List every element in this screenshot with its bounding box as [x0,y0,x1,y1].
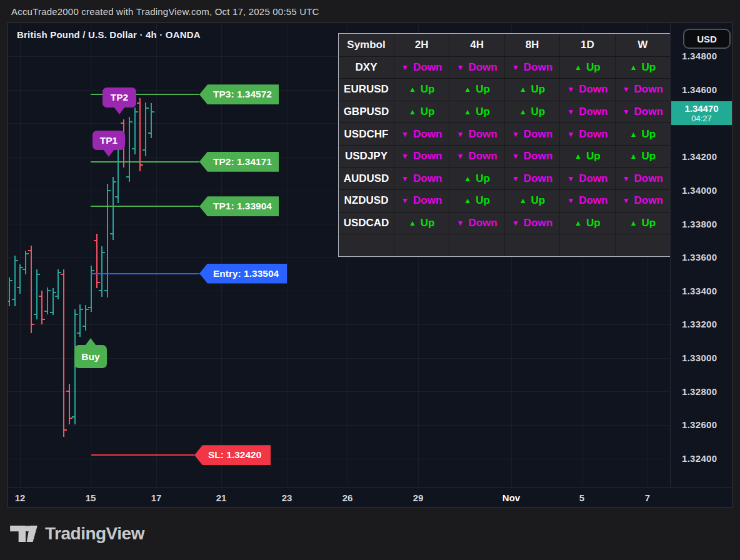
trend-cell: Up [449,168,504,190]
trend-cell: Up [559,145,614,168]
down-triangle-icon [401,174,409,183]
close-tick [21,267,23,268]
down-triangle-icon [622,196,630,205]
trend-label: Down [579,83,608,96]
trend-cell: Down [559,78,614,101]
down-triangle-icon [457,152,464,161]
time-tick-label: 21 [216,492,227,503]
footer-bar: TradingView [0,508,740,560]
price-tick-label: 1.34800 [682,51,717,62]
trend-cell: Up [615,122,670,145]
trend-cell: Down [559,168,614,190]
trend-label: Down [524,61,552,74]
matrix-symbol-cell: EURUSD [339,78,394,101]
bar-countdown: 04:27 [691,114,712,123]
trend-label: Up [476,194,490,207]
tp2-label[interactable]: TP2: 1.34171 [199,152,279,172]
close-tick [130,121,132,122]
trend-label: Down [634,194,663,207]
ohlc-bar [134,108,136,154]
down-triangle-icon [401,130,409,139]
matrix-empty-cell [559,234,614,256]
ohlc-bar [96,234,98,288]
trend-cell: Down [504,212,559,234]
down-triangle-icon [512,130,519,139]
close-tick [32,324,34,325]
trend-label: Down [634,106,663,118]
tp2-line [91,161,199,162]
tp1-label[interactable]: TP1: 1.33904 [199,196,279,216]
matrix-symbol-cell: USDCAD [339,212,394,234]
ohlc-bar [58,269,59,299]
price-tick-label: 1.32400 [682,453,717,464]
entry-label[interactable]: Entry: 1.33504 [199,264,287,284]
currency-toggle-button[interactable]: USD [683,29,731,49]
up-triangle-icon [630,219,638,228]
trend-cell: Up [559,212,614,234]
trend-cell: Up [449,189,504,212]
up-triangle-icon [519,85,527,94]
tradingview-logo[interactable]: TradingView [10,524,144,544]
up-triangle-icon [409,85,416,94]
open-tick [28,250,31,251]
chart-area[interactable]: TP3: 1.34572TP2: 1.34171TP1: 1.33904Entr… [8,23,671,487]
open-tick [77,332,79,334]
trend-label: Up [641,128,656,141]
price-axis[interactable]: 1.348001.346001.342001.340001.338001.336… [671,23,733,487]
entry-line [91,273,199,274]
tradingview-logo-text: TradingView [45,524,144,544]
down-triangle-icon [567,130,574,139]
tp3-label[interactable]: TP3: 1.34572 [199,84,279,104]
open-tick [39,296,41,297]
time-tick-label: 26 [342,492,353,503]
open-tick [88,307,91,308]
trend-label: Down [468,61,497,74]
open-tick [94,240,96,241]
trend-cell: Down [615,101,670,123]
time-tick-label: Nov [502,492,520,503]
sl-line [91,454,194,456]
ohlc-bar [9,278,10,306]
open-tick [12,299,14,300]
trend-cell: Up [615,212,670,234]
trend-label: Up [421,106,435,118]
attribution-bar: AccuTrade2000 created with TradingView.c… [0,0,740,22]
trend-cell: Down [449,145,504,168]
down-triangle-icon [567,108,574,116]
trend-cell: Down [394,145,449,168]
open-tick [82,326,85,327]
trend-cell: Up [504,78,559,101]
matrix-symbol-cell: GBPUSD [339,101,394,123]
tradingview-logo-icon [10,526,38,542]
open-tick [121,122,123,124]
up-triangle-icon [464,108,471,116]
close-tick [48,290,51,291]
ohlc-bar [129,117,130,182]
close-tick [76,314,78,315]
trend-label: Down [468,128,497,141]
open-tick [50,312,52,313]
trend-label: Down [468,217,497,229]
time-tick-label: 5 [579,492,584,503]
price-tick-label: 1.34200 [682,151,717,162]
time-axis[interactable]: 12151721232629Nov57 [8,487,733,508]
trend-cell: Down [504,122,559,145]
trend-label: Up [586,150,601,162]
close-tick [108,190,111,191]
down-triangle-icon [401,63,409,72]
open-tick [72,416,74,418]
trend-label: Down [413,128,442,141]
down-triangle-icon [567,174,574,183]
trend-cell: Up [394,101,449,123]
trend-label: Down [468,150,497,162]
close-tick [86,309,89,310]
ohlc-bar [112,177,114,240]
sl-label[interactable]: SL: 1.32420 [194,445,271,465]
trend-cell: Up [615,145,670,168]
tp2-hit-marker: TP2 [102,88,136,108]
trend-label: Up [476,172,490,185]
trend-label: Up [641,61,656,74]
open-tick [137,102,139,104]
price-tick-label: 1.33400 [682,286,717,297]
time-tick-label: 15 [86,492,96,503]
